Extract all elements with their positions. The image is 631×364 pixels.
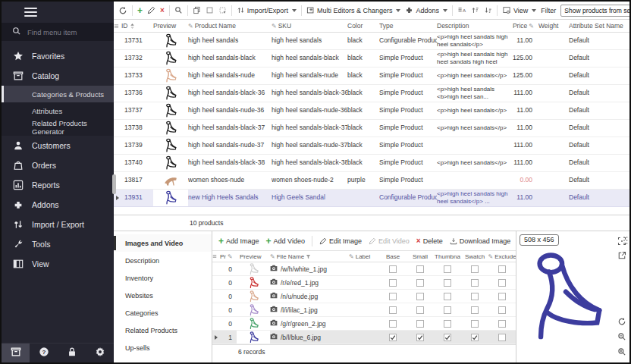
column-header-preview[interactable]: Preview — [153, 22, 188, 30]
sidebar-footer-gear-button[interactable] — [86, 344, 114, 362]
edit-image-button[interactable]: Edit Image — [319, 237, 362, 245]
move-up-button[interactable] — [471, 6, 479, 14]
small-checkbox[interactable] — [416, 279, 424, 287]
small-checkbox[interactable] — [416, 334, 424, 341]
swatch-checkbox[interactable] — [471, 279, 479, 287]
sidebar-item-attributes[interactable]: Attributes — [2, 102, 114, 119]
multi-editors-button[interactable]: Multi Editors & Changers — [306, 6, 401, 14]
base-checkbox[interactable] — [389, 306, 397, 314]
small-checkbox[interactable] — [416, 293, 424, 300]
column-chooser[interactable] — [212, 254, 220, 259]
column-header-label[interactable]: ✎Label — [349, 253, 379, 260]
thumbnail-checkbox[interactable] — [444, 306, 451, 314]
tab-inventory[interactable]: Inventory — [114, 269, 212, 287]
product-row[interactable]: 13738high heel sandals-black-37high heel… — [114, 120, 629, 137]
column-header-type[interactable]: Type — [379, 22, 437, 30]
sidebar-item-orders[interactable]: Orders — [2, 155, 114, 175]
tab-cross-sells[interactable]: Cross-sells — [114, 356, 212, 364]
column-header-weight[interactable]: Weight — [538, 22, 569, 30]
image-row[interactable]: 0/g/r/green_2.jpg — [212, 317, 516, 331]
image-row[interactable]: 0/w/h/white_1.jpg — [212, 262, 516, 276]
sort-attributes-button[interactable]: A — [457, 6, 466, 14]
zoom-out-icon[interactable] — [617, 331, 626, 344]
tab-websites[interactable]: Websites — [114, 287, 212, 304]
thumbnail-checkbox[interactable] — [444, 320, 451, 328]
sidebar-footer-store-button[interactable] — [2, 344, 30, 362]
column-header-base[interactable]: Base — [379, 253, 407, 260]
sidebar-item-categories-products[interactable]: Categories & Products — [2, 86, 114, 102]
product-row[interactable]: 13732high heel sandals-blackhigh heel sa… — [114, 50, 629, 67]
sidebar-item-addons[interactable]: Addons — [2, 195, 114, 215]
menu-search-input[interactable]: Find menu item — [2, 23, 114, 41]
column-header-small[interactable]: Small — [407, 253, 434, 260]
swatch-checkbox[interactable] — [471, 334, 479, 341]
thumbnail-checkbox[interactable] — [444, 265, 451, 273]
exclude-checkbox[interactable] — [498, 306, 506, 314]
column-header-description[interactable]: Description — [437, 22, 508, 30]
sidebar-item-tools[interactable]: Tools — [2, 234, 114, 254]
move-down-button[interactable] — [484, 6, 492, 14]
sidebar-splitter-handle[interactable] — [112, 174, 116, 194]
swatch-checkbox[interactable] — [471, 293, 479, 300]
tab-description[interactable]: Description — [114, 252, 212, 269]
column-header-id[interactable]: ID — [121, 22, 153, 30]
add-image-button[interactable]: +Add Image — [218, 237, 259, 246]
thumbnail-checkbox[interactable] — [444, 293, 451, 300]
addons-toolbar-button[interactable]: Addons — [405, 6, 447, 14]
sidebar-item-import-export[interactable]: Import / Export — [2, 215, 114, 234]
product-row[interactable]: 13736high heel sandals-black-36high heel… — [114, 85, 629, 102]
open-external-icon[interactable] — [617, 249, 626, 263]
column-header-preview[interactable]: Preview — [237, 253, 270, 260]
base-checkbox[interactable] — [389, 293, 397, 300]
exclude-checkbox[interactable] — [498, 279, 506, 287]
column-header-thumbnail[interactable]: Thumbna — [434, 253, 461, 260]
image-row[interactable]: 0/l/i/lilac_1.jpg — [212, 303, 516, 317]
swatch-checkbox[interactable] — [471, 320, 479, 328]
exclude-checkbox[interactable] — [498, 320, 506, 328]
column-header-attribute-set[interactable]: Attribute Set Name — [569, 22, 629, 30]
image-row[interactable]: 1/b/l/blue_6.jpg — [212, 331, 516, 344]
sidebar-item-favorites[interactable]: Favorites — [2, 46, 114, 66]
sidebar-item-reports[interactable]: Reports — [2, 175, 114, 195]
panel-resize-handle[interactable] — [623, 234, 628, 248]
sidebar-item-customers[interactable]: Customers — [2, 136, 114, 155]
copy-button[interactable] — [193, 6, 201, 14]
column-header-exclude[interactable]: ✎Exclude — [488, 253, 516, 260]
column-header-position[interactable]: Pr✎ — [220, 253, 237, 260]
column-header-file-name[interactable]: ✎File Name — [270, 253, 349, 260]
thumbnail-checkbox[interactable] — [444, 334, 451, 341]
edit-video-button[interactable]: Edit Video — [369, 237, 410, 245]
base-checkbox[interactable] — [389, 320, 397, 328]
image-row[interactable]: 0/r/e/red_1.jpg — [212, 276, 516, 290]
sidebar-item-view[interactable]: View — [2, 254, 114, 274]
sidebar-item-catalog[interactable]: Catalog — [2, 66, 114, 86]
product-row[interactable]: 13740high heel sandals-black-38high heel… — [114, 155, 629, 172]
category-filter-select[interactable]: Show products from selected categories — [560, 5, 631, 17]
zoom-in-icon[interactable] — [617, 346, 626, 359]
column-header-name[interactable]: ✎Product Name — [188, 22, 272, 30]
import-export-button[interactable]: Import/Export — [237, 6, 297, 14]
column-header-price[interactable]: Price✎ — [508, 22, 538, 30]
product-row[interactable]: 13737high heel sandals-nude-36high heel … — [114, 102, 629, 120]
column-header-swatch[interactable]: Swatch — [461, 253, 488, 260]
column-header-color[interactable]: Color — [347, 22, 379, 30]
product-row[interactable]: 13739high heel sandals-nude-37high heel … — [114, 137, 629, 155]
product-row[interactable]: 13733high heel sandals-nudehigh heel san… — [114, 67, 629, 85]
exclude-checkbox[interactable] — [498, 293, 506, 300]
swatch-checkbox[interactable] — [471, 306, 479, 314]
thumbnail-checkbox[interactable] — [444, 279, 451, 287]
exclude-checkbox[interactable] — [498, 334, 506, 341]
sidebar-item-related-products-generator[interactable]: Related Products Generator — [2, 119, 114, 136]
column-header-sku[interactable]: ✎SKU — [272, 22, 347, 30]
column-chooser[interactable] — [114, 24, 121, 29]
sidebar-footer-help-button[interactable]: ? — [30, 344, 58, 362]
select-range-button[interactable] — [218, 6, 227, 14]
exclude-checkbox[interactable] — [498, 265, 506, 273]
view-button[interactable]: View — [502, 6, 536, 14]
tab-up-sells[interactable]: Up-sells — [114, 339, 212, 356]
tab-images-and-video[interactable]: Images and Video — [114, 234, 212, 252]
menu-toggle-button[interactable] — [2, 2, 114, 23]
refresh-button[interactable] — [118, 6, 127, 15]
tab-related-products[interactable]: Related Products — [114, 322, 212, 339]
base-checkbox[interactable] — [389, 265, 397, 273]
